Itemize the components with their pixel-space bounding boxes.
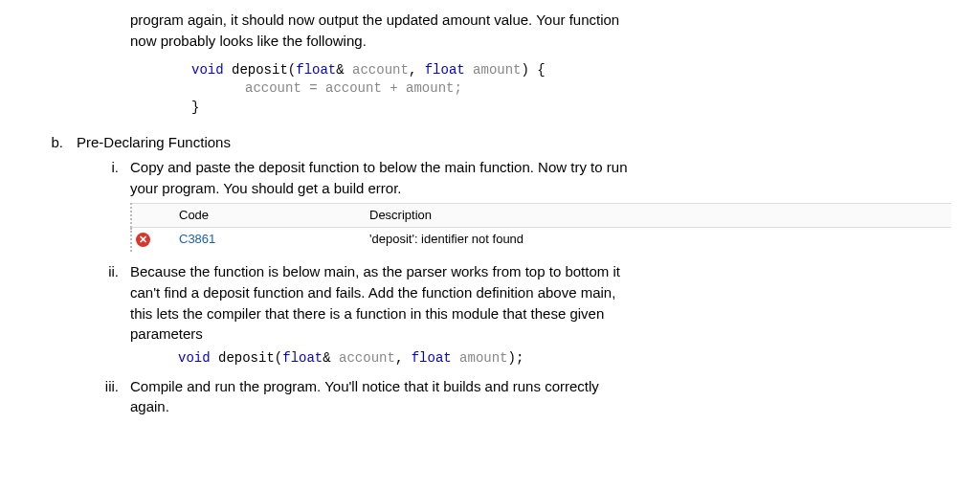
item-iii-line-1: Compile and run the program. You'll noti… [130, 378, 599, 394]
error-code: C3861 [179, 232, 215, 246]
item-ii-line-2: can't find a deposit function and fails.… [130, 284, 615, 301]
item-iii-line-2: again. [130, 398, 169, 414]
code-line-1: void deposit(float& account, float amoun… [191, 61, 951, 80]
param-account: account [339, 350, 395, 366]
sub-list: i. Copy and paste the deposit function t… [96, 157, 951, 417]
item-i-label: i. [96, 157, 130, 257]
item-i-line-2: your program. You should get a build err… [130, 180, 402, 196]
code-block-deposit-decl: void deposit(float& account, float amoun… [178, 348, 951, 368]
item-ii: ii. Because the function is below main, … [96, 261, 951, 371]
item-i: i. Copy and paste the deposit function t… [96, 157, 951, 257]
code-line-2: account = account + amount; [191, 79, 951, 99]
param-amount: amount [473, 62, 521, 78]
code-line-3: } [191, 99, 951, 118]
item-ii-line-4: parameters [130, 325, 203, 342]
intro-line-1: program again, it should now output the … [130, 11, 619, 28]
code-block-deposit-body: void deposit(float& account, float amoun… [191, 61, 951, 118]
item-i-content: Copy and paste the deposit function to b… [130, 157, 951, 257]
intro-line-2: now probably looks like the following. [130, 33, 367, 49]
section-b-title: Pre-Declaring Functions [77, 132, 231, 153]
item-ii-content: Because the function is below main, as t… [130, 261, 951, 371]
error-description: 'deposit': identifier not found [360, 228, 951, 252]
param-account: account [352, 62, 409, 78]
error-col-desc: Description [360, 203, 951, 228]
intro-paragraph: program again, it should now output the … [130, 10, 951, 52]
item-iii-label: iii. [96, 376, 130, 418]
error-col-code: Code [169, 203, 360, 228]
item-ii-line-3: this lets the compiler that there is a f… [130, 305, 604, 322]
item-ii-line-1: Because the function is below main, as t… [130, 263, 620, 279]
keyword-float: float [282, 350, 323, 366]
section-b: b. Pre-Declaring Functions i. Copy and p… [38, 132, 951, 417]
keyword-float: float [412, 350, 452, 366]
item-iii: iii. Compile and run the program. You'll… [96, 376, 951, 418]
keyword-float: float [425, 62, 465, 78]
param-amount: amount [459, 350, 507, 366]
item-ii-label: ii. [96, 261, 130, 371]
error-row: ✕ C3861 'deposit': identifier not found [131, 228, 951, 252]
keyword-float: float [296, 62, 336, 78]
keyword-void: void [178, 350, 211, 366]
error-icon: ✕ [136, 233, 150, 247]
item-i-line-1: Copy and paste the deposit function to b… [130, 159, 627, 175]
keyword-void: void [191, 62, 224, 78]
error-table: Code Description ✕ C3861 'deposit': iden… [130, 203, 951, 253]
item-iii-content: Compile and run the program. You'll noti… [130, 376, 951, 418]
section-b-label: b. [38, 132, 77, 153]
error-col-icon [131, 203, 169, 228]
section-b-header: b. Pre-Declaring Functions [38, 132, 951, 153]
